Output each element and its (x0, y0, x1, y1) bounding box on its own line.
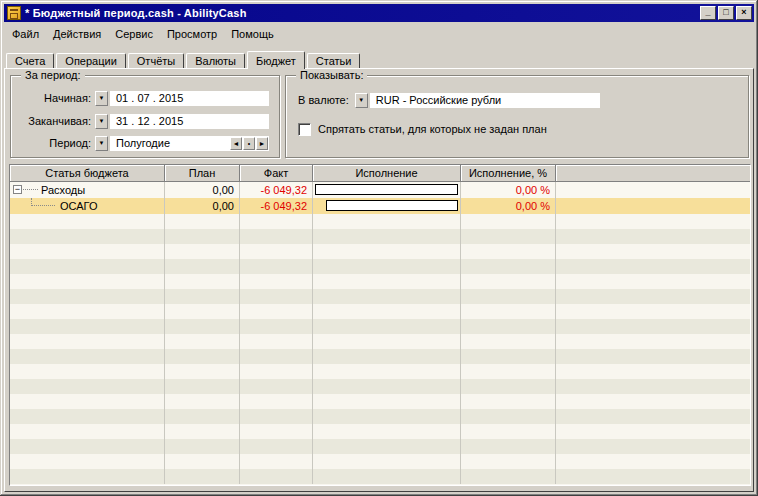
empty-table-row (10, 469, 750, 484)
menu-item-Сервис[interactable]: Сервис (108, 26, 160, 42)
empty-cell (313, 439, 461, 454)
execution-progress-bar (326, 200, 458, 211)
empty-cell (10, 349, 165, 364)
empty-cell (165, 259, 240, 274)
empty-cell (10, 379, 165, 394)
fact-cell: -6 049,32 (240, 198, 313, 214)
empty-cell (10, 364, 165, 379)
row-filler-cell (556, 182, 750, 198)
show-group-title: Показывать: (296, 69, 367, 81)
next-period-button[interactable]: ► (256, 137, 268, 150)
hide-articles-checkbox[interactable] (298, 123, 311, 136)
dropdown-arrow-icon[interactable]: ▼ (95, 114, 108, 129)
close-button[interactable]: × (736, 6, 752, 20)
column-header-5[interactable]: Исполнение, % (461, 165, 556, 182)
field-label: Заканчивая: (17, 115, 95, 127)
empty-cell (461, 244, 556, 259)
empty-cell (10, 424, 165, 439)
empty-cell (165, 409, 240, 424)
row-filler-cell (556, 198, 750, 214)
empty-cell (313, 334, 461, 349)
empty-cell (240, 274, 313, 289)
empty-table-row (10, 259, 750, 274)
currency-dropdown-arrow-icon[interactable]: ▼ (355, 93, 368, 108)
execution-bar-cell (313, 182, 461, 198)
empty-cell (461, 274, 556, 289)
column-header-3[interactable]: Факт (240, 165, 313, 182)
tab-Статьи[interactable]: Статьи (307, 53, 361, 68)
maximize-button[interactable]: □ (718, 6, 734, 20)
article-name: ОСАГО (60, 200, 98, 212)
empty-cell (240, 304, 313, 319)
empty-cell (165, 439, 240, 454)
minimize-button[interactable]: _ (700, 6, 716, 20)
empty-cell (313, 259, 461, 274)
currency-value-field[interactable]: RUR - Российские рубли (370, 93, 600, 108)
tab-Счета[interactable]: Счета (6, 53, 54, 68)
empty-cell (313, 364, 461, 379)
tree-expander-icon[interactable]: − (13, 185, 22, 194)
empty-cell (240, 334, 313, 349)
empty-cell (165, 319, 240, 334)
empty-cell (10, 229, 165, 244)
empty-cell (10, 244, 165, 259)
empty-cell (461, 379, 556, 394)
empty-cell (556, 409, 750, 424)
empty-cell (240, 244, 313, 259)
dropdown-arrow-icon[interactable]: ▼ (95, 136, 108, 151)
menu-item-Помощь[interactable]: Помощь (224, 26, 281, 42)
empty-cell (313, 244, 461, 259)
current-period-button[interactable]: • (243, 137, 255, 150)
menu-item-Просмотр[interactable]: Просмотр (160, 26, 224, 42)
empty-cell (313, 469, 461, 484)
plan-cell: 0,00 (165, 198, 240, 214)
tab-Бюджет[interactable]: Бюджет (247, 51, 305, 69)
tab-Валюты[interactable]: Валюты (186, 53, 245, 68)
window-title: * Бюджетный период.cash - AbilityCash (25, 7, 247, 19)
column-header-2[interactable]: План (165, 165, 240, 182)
tree-connector (23, 189, 38, 190)
empty-cell (461, 409, 556, 424)
menu-item-Файл[interactable]: Файл (5, 26, 46, 42)
column-header-4[interactable]: Исполнение (313, 165, 461, 182)
currency-field-row: В валюте: ▼ RUR - Российские рубли (298, 92, 600, 108)
field-value[interactable]: 01 . 07 . 2015 (110, 91, 269, 106)
table-row[interactable]: ОСАГО0,00-6 049,320,00 % (10, 198, 750, 214)
field-value[interactable]: 31 . 12 . 2015 (110, 114, 269, 129)
empty-cell (556, 439, 750, 454)
tree-connector (31, 198, 55, 206)
app-window: * Бюджетный период.cash - AbilityCash _□… (0, 0, 758, 496)
table-row[interactable]: −Расходы0,00-6 049,320,00 % (10, 182, 750, 198)
dropdown-arrow-icon[interactable]: ▼ (95, 91, 108, 106)
field-label: Период: (17, 137, 95, 149)
hide-articles-checkbox-label: Спрятать статьи, для которых не задан пл… (318, 123, 547, 135)
period-groupbox: За период: Начиная:▼01 . 07 . 2015Заканч… (10, 75, 280, 158)
empty-cell (313, 214, 461, 229)
tab-strip: СчетаОперацииОтчётыВалютыБюджетСтатьи (6, 50, 752, 68)
empty-cell (10, 214, 165, 229)
plan-cell: 0,00 (165, 182, 240, 198)
empty-cell (165, 334, 240, 349)
field-value[interactable]: Полугодие◄•► (110, 136, 269, 151)
empty-cell (556, 214, 750, 229)
hide-articles-check-row: Спрятать статьи, для которых не задан пл… (298, 122, 547, 136)
empty-cell (165, 454, 240, 469)
empty-table-row (10, 334, 750, 349)
currency-label: В валюте: (298, 94, 355, 106)
menu-item-Действия[interactable]: Действия (46, 26, 108, 42)
empty-cell (240, 454, 313, 469)
empty-cell (461, 454, 556, 469)
empty-cell (165, 214, 240, 229)
column-header-1[interactable]: Статья бюджета (10, 165, 165, 182)
empty-table-row (10, 394, 750, 409)
empty-cell (165, 244, 240, 259)
execution-pct-cell: 0,00 % (461, 182, 556, 198)
empty-cell (313, 304, 461, 319)
prev-period-button[interactable]: ◄ (230, 137, 242, 150)
empty-cell (165, 364, 240, 379)
empty-cell (461, 439, 556, 454)
period-field-row: Период:▼Полугодие◄•► (17, 135, 269, 151)
tab-Операции[interactable]: Операции (56, 53, 125, 68)
empty-cell (461, 334, 556, 349)
tab-Отчёты[interactable]: Отчёты (128, 53, 184, 68)
